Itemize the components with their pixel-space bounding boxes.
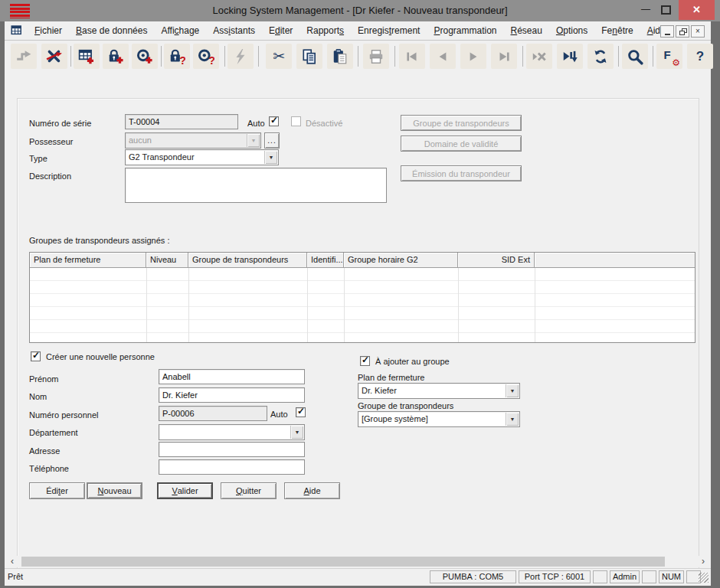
create-person-checkbox[interactable] <box>31 351 41 361</box>
validate-button[interactable]: Valider <box>157 482 213 499</box>
next-record-button[interactable] <box>460 44 486 69</box>
statusbar: Prêt PUMBA : COM5 Port TCP : 6001 Admin … <box>5 568 711 586</box>
menu-affichage[interactable]: Affichage <box>154 21 206 40</box>
status-empty-2 <box>642 570 656 583</box>
client-area: Fichier Base de données Affichage Assist… <box>5 21 711 585</box>
mdi-close-button[interactable]: × <box>691 25 705 38</box>
apply-record-button[interactable] <box>557 44 583 69</box>
phone-input[interactable] <box>159 459 305 475</box>
help-button-form[interactable]: Aide <box>284 482 340 499</box>
chevron-down-icon[interactable]: ▼ <box>506 384 519 397</box>
department-select[interactable]: ▼ <box>159 424 305 440</box>
col-groupe-de-transpondeurs[interactable]: Groupe de transpondeurs <box>188 253 307 267</box>
read-lock-button[interactable]: ? <box>164 44 190 69</box>
menu-editer[interactable]: Editer <box>262 21 299 40</box>
close-button[interactable]: ✕ <box>679 0 715 20</box>
first-record-button[interactable] <box>399 44 425 69</box>
login-button[interactable] <box>11 44 37 69</box>
issue-transponder-button[interactable]: Émission du transpondeur <box>401 165 522 181</box>
description-textarea[interactable] <box>125 168 387 203</box>
col-identification[interactable]: Identifi... <box>307 253 344 267</box>
owner-browse-button[interactable]: ... <box>264 132 280 149</box>
new-locking-system-button[interactable] <box>74 44 100 69</box>
type-select[interactable]: G2 Transpondeur ▼ <box>125 149 279 165</box>
minimize-button[interactable]: — <box>637 0 654 20</box>
deactivated-checkbox[interactable] <box>291 116 301 126</box>
personnel-number-input[interactable] <box>159 406 267 421</box>
horizontal-scrollbar[interactable]: ‹ › <box>5 556 711 567</box>
add-to-group-label: À ajouter au groupe <box>375 357 450 366</box>
chevron-down-icon[interactable]: ▼ <box>247 134 260 147</box>
read-transponder-button[interactable]: ? <box>193 44 219 69</box>
logout-icon <box>46 48 63 65</box>
address-input[interactable] <box>159 442 305 457</box>
previous-record-button[interactable] <box>430 44 456 69</box>
assigned-groups-table[interactable]: Plan de fermeture Niveau Groupe de trans… <box>29 252 695 343</box>
resize-grip[interactable] <box>699 573 709 583</box>
add-to-group-checkbox[interactable] <box>360 356 370 366</box>
serial-input[interactable] <box>125 114 238 129</box>
document-grid-icon[interactable] <box>11 24 23 37</box>
paste-button[interactable] <box>327 44 353 69</box>
plan-label: Plan de fermeture <box>358 373 424 382</box>
restore-icon <box>679 28 686 35</box>
validity-range-button[interactable]: Domaine de validité <box>401 136 522 152</box>
transponder-groups-button[interactable]: Groupe de transpondeurs <box>401 115 522 131</box>
new-button[interactable]: Nouveau <box>87 482 142 499</box>
menu-fichier[interactable]: Fichier <box>28 21 69 40</box>
menu-assistants[interactable]: Assistants <box>206 21 262 40</box>
logout-button[interactable] <box>41 44 67 69</box>
col-niveau[interactable]: Niveau <box>146 253 188 267</box>
new-transponder-plus-icon <box>136 48 153 65</box>
chevron-down-icon[interactable]: ▼ <box>290 426 303 439</box>
print-button[interactable] <box>363 44 389 69</box>
menu-rapports[interactable]: Rapports <box>299 21 351 40</box>
program-button[interactable] <box>227 44 254 69</box>
menu-fenetre[interactable]: Fenêtre <box>594 21 640 40</box>
edit-button[interactable]: Éditer <box>29 482 85 499</box>
filter-settings-button[interactable]: F⚙ <box>656 44 682 69</box>
previous-record-icon <box>434 48 451 65</box>
menu-reseau[interactable]: Réseau <box>504 21 549 40</box>
col-plan-de-fermeture[interactable]: Plan de fermeture <box>30 253 146 267</box>
last-name-input[interactable] <box>159 387 305 403</box>
menu-options[interactable]: Options <box>549 21 594 40</box>
col-empty[interactable] <box>535 253 695 267</box>
chevron-down-icon[interactable]: ▼ <box>264 151 277 164</box>
last-record-icon <box>496 48 512 65</box>
scroll-right-icon[interactable]: › <box>697 556 709 567</box>
col-sid-ext[interactable]: SID Ext <box>458 253 535 267</box>
personnel-auto-checkbox[interactable] <box>296 407 306 417</box>
menu-programmation[interactable]: Programmation <box>427 21 503 40</box>
chevron-down-icon[interactable]: ▼ <box>506 413 519 426</box>
new-transponder-button[interactable] <box>132 44 158 69</box>
group-select[interactable]: [Groupe système] ▼ <box>358 411 520 427</box>
first-name-input[interactable] <box>159 369 305 384</box>
quit-button[interactable]: Quitter <box>221 482 277 499</box>
address-label: Adresse <box>29 446 60 456</box>
cut-button[interactable]: ✂ <box>266 44 292 69</box>
mdi-minimize-button[interactable] <box>660 25 674 38</box>
menu-enregistrement[interactable]: Enregistrement <box>351 21 427 40</box>
plan-select[interactable]: Dr. Kiefer ▼ <box>358 383 520 399</box>
cancel-record-button[interactable] <box>526 44 552 69</box>
col-groupe-horaire-g2[interactable]: Groupe horaire G2 <box>344 253 458 267</box>
refresh-icon <box>592 48 609 65</box>
copy-button[interactable] <box>296 44 322 69</box>
scrollbar-thumb[interactable] <box>21 557 665 567</box>
search-button[interactable] <box>622 44 648 69</box>
menu-base-de-donnees[interactable]: Base de données <box>69 21 154 40</box>
group-value: [Groupe système] <box>362 412 504 426</box>
last-record-button[interactable] <box>491 44 517 69</box>
search-icon <box>627 48 643 65</box>
owner-select[interactable]: aucun ▼ <box>125 132 261 149</box>
new-lock-button[interactable] <box>103 44 129 69</box>
description-label: Description <box>29 172 71 181</box>
scroll-left-icon[interactable]: ‹ <box>6 556 18 567</box>
serial-auto-checkbox[interactable] <box>269 116 279 126</box>
refresh-button[interactable] <box>587 44 614 69</box>
phone-label: Téléphone <box>29 464 69 473</box>
help-button[interactable]: ? <box>687 44 713 69</box>
mdi-restore-button[interactable] <box>676 25 689 38</box>
maximize-button[interactable] <box>657 0 674 20</box>
